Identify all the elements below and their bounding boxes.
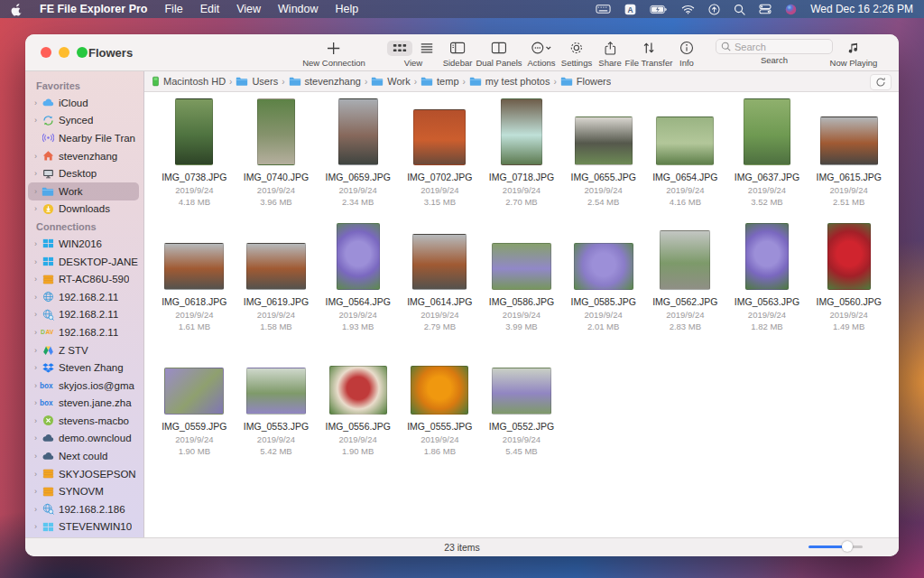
file-item[interactable]: IMG_0618.JPG 2019/9/24 1.61 MB [153, 220, 236, 345]
file-item[interactable]: IMG_0614.JPG 2019/9/24 2.79 MB [399, 220, 481, 345]
file-item[interactable]: IMG_0556.JPG 2019/9/24 1.90 MB [317, 345, 399, 470]
sidebar-item-icloud[interactable]: ›iCloud [28, 94, 139, 112]
chevron-right-icon[interactable]: › [32, 363, 40, 372]
sidebar-item-192-168-2-11[interactable]: ›192.168.2.11 [28, 306, 139, 324]
sidebar-item-stevenzhang[interactable]: ›stevenzhang [28, 147, 139, 165]
chevron-right-icon[interactable]: › [32, 381, 40, 390]
file-item[interactable]: IMG_0555.JPG 2019/9/24 1.86 MB [399, 345, 481, 470]
sidebar-item-skyjos-ios-gma[interactable]: ›boxskyjos.ios@gma [28, 377, 139, 395]
file-item[interactable]: IMG_0563.JPG 2019/9/24 1.82 MB [726, 220, 808, 345]
keyboard-icon[interactable] [596, 4, 611, 14]
zoom-slider-knob[interactable] [842, 541, 853, 552]
file-item[interactable]: IMG_0586.JPG 2019/9/24 3.99 MB [481, 220, 563, 345]
sidebar-toggle-button[interactable]: Sidebar [443, 39, 473, 68]
sidebar-item-work[interactable]: ›Work [28, 182, 139, 200]
chevron-right-icon[interactable]: › [32, 487, 40, 496]
chevron-right-icon[interactable]: › [32, 398, 40, 407]
file-item[interactable]: IMG_0654.JPG 2019/9/24 4.16 MB [644, 96, 726, 220]
chevron-right-icon[interactable]: › [32, 169, 40, 178]
battery-icon[interactable] [650, 5, 668, 14]
sidebar-item-nearby-file-tran[interactable]: Nearby File Tran [28, 129, 139, 147]
file-item[interactable]: IMG_0564.JPG 2019/9/24 1.93 MB [317, 220, 399, 345]
info-button[interactable]: Info [679, 39, 694, 68]
sidebar-item-192-168-2-186[interactable]: ›192.168.2.186 [28, 500, 139, 518]
chevron-right-icon[interactable]: › [32, 505, 40, 514]
sidebar-item-steven-jane-zha[interactable]: ›boxsteven.jane.zha [28, 395, 139, 413]
chevron-right-icon[interactable]: › [32, 522, 40, 531]
sidebar-item-stevenwin10[interactable]: ›STEVENWIN10 [28, 518, 139, 536]
dual-panels-button[interactable]: Dual Panels [476, 39, 522, 68]
sidebar-item-skyjosepson[interactable]: ›SKYJOSEPSON [28, 465, 139, 483]
chevron-right-icon[interactable]: › [32, 187, 40, 196]
settings-button[interactable]: Settings [561, 39, 592, 68]
sidebar-item-rt-ac86u-590[interactable]: ›RT-AC86U-590 [28, 270, 139, 288]
share-button[interactable]: Share [598, 39, 621, 68]
chevron-right-icon[interactable]: › [32, 346, 40, 355]
file-item[interactable]: IMG_0659.JPG 2019/9/24 2.34 MB [317, 96, 399, 220]
chevron-right-icon[interactable]: › [32, 239, 40, 248]
breadcrumb-item[interactable]: temp [420, 76, 458, 87]
file-item[interactable]: IMG_0559.JPG 2019/9/24 1.90 MB [153, 345, 236, 470]
menu-file[interactable]: File [164, 3, 182, 15]
file-item[interactable]: IMG_0615.JPG 2019/9/24 2.51 MB [808, 96, 890, 220]
sidebar-item-synovm[interactable]: ›SYNOVM [28, 482, 139, 500]
sidebar-item-z-stv[interactable]: ›Z STV [28, 341, 139, 359]
sidebar-item-desktop[interactable]: ›Desktop [28, 164, 139, 182]
file-item[interactable]: IMG_0637.JPG 2019/9/24 3.52 MB [726, 96, 808, 220]
input-source-icon[interactable]: A [624, 4, 636, 15]
menubar-clock[interactable]: Wed Dec 16 2:26 PM [810, 3, 913, 15]
sidebar-item-192-168-2-11[interactable]: ›DAV192.168.2.11 [28, 323, 139, 341]
file-transfer-button[interactable]: File Transfer [625, 39, 673, 68]
file-item[interactable]: IMG_0585.JPG 2019/9/24 2.01 MB [562, 220, 644, 345]
file-item[interactable]: IMG_0702.JPG 2019/9/24 3.15 MB [399, 96, 481, 220]
file-item[interactable]: IMG_0562.JPG 2019/9/24 2.83 MB [644, 220, 726, 345]
file-item[interactable]: IMG_0655.JPG 2019/9/24 2.54 MB [562, 96, 644, 220]
menu-help[interactable]: Help [336, 3, 359, 15]
file-item[interactable]: IMG_0619.JPG 2019/9/24 1.58 MB [236, 220, 318, 345]
chevron-right-icon[interactable]: › [32, 470, 40, 479]
sidebar-item-next-could[interactable]: ›Next could [28, 447, 139, 465]
sidebar-item-win2016[interactable]: ›WIN2016 [28, 235, 139, 253]
menu-edit[interactable]: Edit [200, 3, 220, 15]
chevron-right-icon[interactable]: › [32, 452, 40, 461]
menubar-app-name[interactable]: FE File Explorer Pro [40, 3, 147, 15]
breadcrumb-item[interactable]: stevenzhang [289, 76, 361, 87]
apple-menu-icon[interactable] [11, 3, 23, 16]
chevron-right-icon[interactable]: › [32, 204, 40, 213]
sidebar-item-desktop-jane[interactable]: ›DESKTOP-JANE [28, 253, 139, 271]
chevron-right-icon[interactable]: › [32, 98, 40, 107]
file-item[interactable]: IMG_0738.JPG 2019/9/24 4.18 MB [153, 96, 236, 220]
new-connection-button[interactable]: New Connection [302, 39, 365, 68]
sidebar-item-synced[interactable]: ›Synced [28, 112, 139, 130]
wifi-icon[interactable] [681, 5, 695, 14]
zoom-button[interactable] [77, 47, 88, 58]
menu-window[interactable]: Window [278, 3, 318, 15]
chevron-right-icon[interactable]: › [32, 434, 40, 443]
breadcrumb-item[interactable]: Flowers [560, 76, 612, 87]
breadcrumb-item[interactable]: my test photos [469, 76, 550, 87]
chevron-right-icon[interactable]: › [32, 152, 40, 161]
chevron-right-icon[interactable]: › [32, 310, 40, 319]
control-center-icon[interactable] [759, 4, 772, 14]
minimize-button[interactable] [59, 47, 69, 58]
chevron-right-icon[interactable]: › [32, 275, 40, 284]
breadcrumb-item[interactable]: Work [371, 76, 410, 87]
menu-view[interactable]: View [236, 3, 261, 15]
breadcrumb-item[interactable]: Macintosh HD [152, 76, 226, 87]
chevron-right-icon[interactable]: › [32, 116, 40, 125]
actions-button[interactable]: Actions [527, 39, 555, 68]
file-item[interactable]: IMG_0553.JPG 2019/9/24 5.42 MB [236, 345, 318, 470]
zoom-slider[interactable] [808, 545, 863, 548]
chevron-right-icon[interactable]: › [32, 293, 40, 302]
file-item[interactable]: IMG_0560.JPG 2019/9/24 1.49 MB [808, 220, 890, 345]
sidebar-item-downloads[interactable]: ›Downloads [28, 200, 139, 219]
list-view-icon[interactable] [414, 41, 439, 56]
grid-view-icon[interactable] [387, 41, 412, 56]
file-item[interactable]: IMG_0740.JPG 2019/9/24 3.96 MB [236, 96, 318, 220]
sidebar-item-steven-zhang[interactable]: ›Steven Zhang [28, 359, 139, 377]
file-item[interactable]: IMG_0718.JPG 2019/9/24 2.70 MB [481, 96, 563, 220]
search-input[interactable]: Search [716, 39, 833, 54]
view-switcher[interactable]: View [387, 39, 439, 68]
chevron-right-icon[interactable]: › [32, 416, 40, 425]
sidebar-item-192-168-2-11[interactable]: ›192.168.2.11 [28, 288, 139, 306]
